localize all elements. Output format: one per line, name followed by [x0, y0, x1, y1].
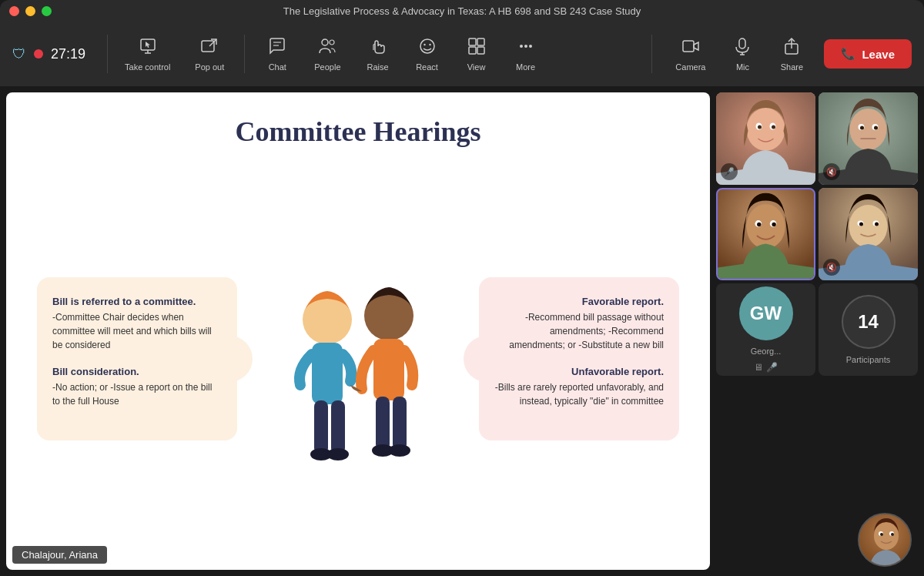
toolbar-divider-3 — [651, 35, 652, 73]
left-block-2-title: Bill consideration. — [52, 366, 222, 377]
svg-point-17 — [529, 45, 532, 48]
p1-mic: 🎤 — [721, 163, 738, 180]
gw-avatar-circle: GW — [739, 286, 793, 340]
left-block-1: Bill is referred to a committee. -Commit… — [52, 296, 222, 352]
figures-area — [258, 262, 458, 554]
view-icon — [467, 36, 487, 59]
presenter-name-text: Chalajour, Ariana — [22, 549, 98, 561]
share-button[interactable]: Share — [768, 32, 815, 76]
phone-icon: 📞 — [841, 47, 855, 61]
slide-body: Bill is referred to a committee. -Commit… — [37, 163, 679, 554]
left-block-1-body: -Committee Chair decides when committee … — [52, 310, 222, 352]
gw-initials: GW — [750, 303, 782, 324]
pop-out-button[interactable]: Pop out — [184, 32, 235, 76]
svg-point-63 — [880, 533, 883, 536]
minimize-button[interactable] — [25, 6, 35, 16]
svg-point-16 — [524, 45, 527, 48]
svg-point-35 — [747, 108, 785, 151]
svg-point-52 — [772, 223, 775, 226]
chat-button[interactable]: Chat — [254, 32, 300, 76]
svg-rect-31 — [393, 397, 407, 450]
left-block-2-body: -No action; or -Issue a report on the bi… — [52, 380, 222, 408]
maximize-button[interactable] — [42, 6, 52, 16]
right-block-1: Favorable report. -Recommend bill passag… — [494, 296, 664, 352]
view-label: View — [467, 62, 486, 72]
svg-point-7 — [330, 40, 334, 45]
raise-button[interactable]: Raise — [355, 32, 401, 76]
window-title: The Legislative Process & Advocacy in Te… — [283, 5, 641, 17]
participant-tile-4: 🔇 — [819, 188, 918, 280]
svg-point-9 — [424, 44, 425, 45]
toolbar-controls: Take control Pop out — [114, 32, 645, 76]
toolbar-right: Camera Mic Shar — [665, 32, 912, 76]
svg-rect-11 — [469, 39, 476, 45]
timer-display: 27:19 — [51, 46, 85, 62]
mic-label: Mic — [736, 62, 749, 72]
camera-label: Camera — [675, 62, 705, 72]
title-bar: The Legislative Process & Advocacy in Te… — [0, 0, 924, 22]
self-view-area — [716, 513, 918, 570]
camera-icon — [681, 36, 701, 59]
toolbar-divider-1 — [107, 35, 108, 73]
right-block-1-body: -Recommend bill passage without amendmen… — [494, 310, 664, 352]
leave-button[interactable]: 📞 Leave — [824, 39, 912, 69]
participant-grid: 🎤 — [716, 92, 918, 280]
svg-point-8 — [420, 39, 434, 53]
view-button[interactable]: View — [454, 32, 500, 76]
svg-rect-12 — [477, 39, 484, 45]
gw-mic-icon: 🎤 — [766, 362, 778, 373]
take-control-icon — [138, 36, 158, 59]
camera-button[interactable]: Camera — [665, 32, 716, 76]
react-icon — [417, 36, 437, 59]
window-controls[interactable] — [9, 6, 52, 16]
svg-point-51 — [757, 223, 761, 226]
mic-on-icon: 🎤 — [724, 167, 735, 177]
svg-point-6 — [322, 39, 328, 45]
svg-point-54 — [849, 205, 888, 248]
take-control-label: Take control — [125, 62, 170, 72]
react-label: React — [416, 62, 438, 72]
toolbar-status: 🛡 27:19 — [12, 46, 85, 62]
people-button[interactable]: People — [303, 32, 351, 76]
p4-mic-off-icon: 🔇 — [826, 263, 837, 273]
main-content: Committee Hearings Bill is referred to a… — [0, 86, 924, 576]
svg-rect-13 — [469, 47, 476, 54]
svg-point-48 — [746, 204, 785, 249]
left-block-1-title: Bill is referred to a committee. — [52, 296, 222, 307]
svg-point-44 — [860, 126, 864, 130]
svg-point-58 — [875, 223, 879, 226]
svg-rect-30 — [376, 397, 390, 450]
close-button[interactable] — [9, 6, 19, 16]
take-control-button[interactable]: Take control — [114, 32, 181, 76]
more-button[interactable]: More — [503, 32, 549, 76]
mic-off-icon: 🔇 — [826, 167, 837, 177]
right-block-1-title: Favorable report. — [494, 296, 664, 307]
participant-tile-3 — [716, 188, 815, 280]
shield-icon: 🛡 — [12, 46, 26, 62]
avatar-row: GW Georg... 🖥 🎤 14 Participants — [716, 283, 918, 376]
participant-tile-2: 🔇 — [819, 92, 918, 185]
gw-name: Georg... — [751, 347, 782, 356]
people-icon — [317, 36, 337, 59]
svg-point-27 — [327, 448, 349, 460]
svg-point-64 — [891, 533, 894, 536]
svg-point-57 — [859, 223, 863, 226]
svg-point-33 — [389, 444, 410, 457]
left-block-2: Bill consideration. -No action; or -Issu… — [52, 366, 222, 408]
right-panel: Favorable report. -Recommend bill passag… — [479, 277, 679, 440]
svg-rect-24 — [314, 400, 328, 454]
svg-rect-3 — [202, 41, 214, 52]
mic-button[interactable]: Mic — [719, 32, 765, 76]
share-icon — [782, 36, 802, 59]
svg-rect-14 — [477, 47, 484, 54]
people-label: People — [314, 62, 340, 72]
svg-point-38 — [758, 126, 762, 129]
react-button[interactable]: React — [404, 32, 450, 76]
participant-tile-1: 🎤 — [716, 92, 815, 185]
p2-mic: 🔇 — [823, 163, 840, 180]
toolbar: 🛡 27:19 Take control — [0, 22, 924, 86]
participants-count-tile: 14 Participants — [819, 283, 918, 376]
slide-content: Committee Hearings Bill is referred to a… — [6, 92, 710, 570]
sidebar: 🎤 — [716, 86, 924, 576]
p4-mic: 🔇 — [823, 259, 840, 276]
